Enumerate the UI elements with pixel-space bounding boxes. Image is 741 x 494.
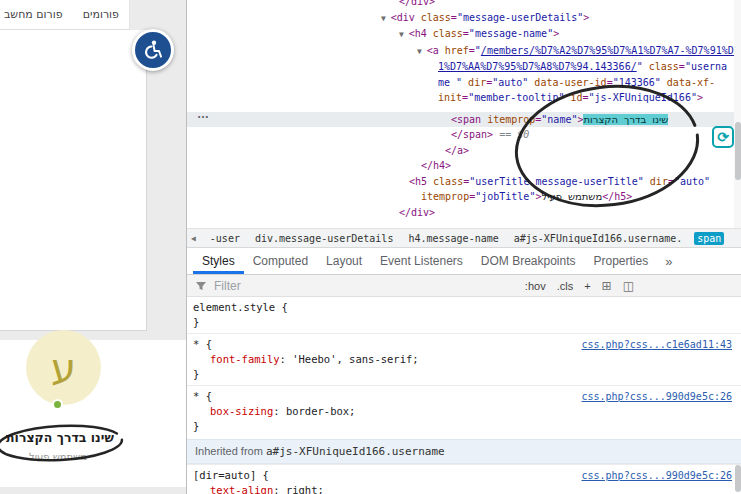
element-classes-button[interactable]: .cls — [557, 280, 574, 292]
user-name[interactable]: שינו בדרך הקצרות — [0, 430, 120, 445]
tab-computer-forum[interactable]: פורום מחשב — [4, 8, 63, 21]
code-token-attr: data-xf- — [661, 77, 715, 88]
code-token-attr: dir — [644, 176, 668, 187]
code-token-tag: </div> — [399, 207, 435, 218]
line-menu-dots[interactable]: … — [197, 107, 210, 121]
breadcrumb-item[interactable]: span — [694, 232, 724, 245]
code-line[interactable]: itemprop="jobTitle">משתמש פעיל</h5> — [187, 189, 734, 205]
code-token-hl: שינו בדרך הקצרות — [583, 114, 668, 125]
code-token-tag: </span> — [451, 129, 493, 140]
breadcrumb-item[interactable]: h4.message-name — [405, 232, 501, 245]
rule-open-brace: { — [199, 338, 212, 350]
code-token-val: "auto" — [492, 77, 528, 88]
filter-icon — [195, 281, 207, 291]
code-line[interactable]: </div> — [187, 0, 734, 10]
devtools-tabs: StylesComputedLayoutEvent ListenersDOM B… — [193, 248, 657, 274]
elements-tree: </div>▼ <div class="message-userDetails"… — [187, 0, 734, 220]
code-token-val: "userTitle message-userTitle" — [469, 176, 644, 187]
wheelchair-icon — [141, 38, 165, 62]
code-token-arrow: ▼ — [417, 47, 427, 56]
code-line[interactable]: ▼ <h4 class="message-name"> — [187, 26, 734, 43]
breadcrumb-scroll-left-button[interactable]: ◀ — [189, 234, 198, 243]
rule-open-brace: { — [199, 390, 212, 402]
css-property[interactable]: text-align: right; — [193, 483, 734, 494]
code-line[interactable]: </div> — [187, 205, 734, 221]
code-line[interactable]: ▼ <a href="/members/%D7%A2%D7%95%D7%A1%D… — [187, 43, 734, 60]
style-rule: element.style {} — [187, 297, 741, 333]
code-line[interactable]: me " dir="auto" data-user-id="143366" da… — [187, 75, 734, 91]
tab-properties[interactable]: Properties — [585, 248, 658, 274]
code-token-tag: <span — [451, 114, 481, 125]
breadcrumb-item[interactable]: -user — [207, 232, 243, 245]
rule-selector[interactable]: element.style — [193, 301, 275, 313]
code-token-attr: data-user-id — [528, 77, 606, 88]
code-token-tag: <div — [391, 12, 415, 23]
code-line[interactable]: </span> == $0 — [187, 127, 734, 143]
tab-styles[interactable]: Styles — [193, 248, 244, 274]
code-token-tag: > — [553, 28, 559, 39]
code-token-val: "js-XFUniqueId166" — [589, 92, 697, 103]
code-token-tag: <a — [427, 45, 439, 56]
grid-icon[interactable]: ⊞ — [602, 279, 612, 293]
forum-panel — [0, 30, 147, 331]
code-token-attr: init — [438, 92, 462, 103]
breadcrumb-item[interactable]: div.message-userDetails — [252, 232, 396, 245]
inherited-from-element-link[interactable]: a#js-XFUniqueId166.username — [266, 445, 445, 458]
user-title: משתמש פעיל — [0, 451, 116, 462]
tab-forums[interactable]: פורומים — [83, 8, 119, 21]
panel-icon[interactable]: ◫ — [623, 279, 634, 293]
code-token-attr: class — [427, 28, 463, 39]
stylesheet-link[interactable]: css.php?css...990d9e5c:26 — [581, 468, 732, 483]
refresh-icon[interactable]: ⟳ — [712, 126, 734, 148]
tab-dom-breakpoints[interactable]: DOM Breakpoints — [472, 248, 585, 274]
css-property[interactable]: font-family: 'Heebo', sans-serif; — [193, 352, 734, 367]
new-style-rule-button[interactable]: + — [584, 280, 590, 292]
stylesheet-link[interactable]: css.php?css...c1e6ad11:43 — [581, 337, 732, 352]
code-token-tag: </h4> — [421, 160, 451, 171]
code-token-tag: > — [583, 12, 589, 23]
code-token-txt: משתמש פעיל — [541, 191, 602, 202]
elements-panel: </div>▼ <div class="message-userDetails"… — [187, 0, 741, 228]
rule-open-brace: { — [275, 301, 288, 313]
css-property[interactable]: box-sizing: border-box; — [193, 404, 734, 419]
code-token-val: "member-tooltip" — [468, 92, 564, 103]
code-token-val: "143366" — [613, 77, 661, 88]
code-token-tag: > — [697, 92, 703, 103]
rule-close-brace: } — [193, 367, 734, 382]
style-rule: * {css.php?css...c1e6ad11:43font-family:… — [187, 333, 741, 385]
code-token-tag: <h5 — [409, 176, 427, 187]
tab-event-listeners[interactable]: Event Listeners — [371, 248, 472, 274]
code-line[interactable]: </a> — [187, 143, 734, 159]
breadcrumb-item[interactable]: a#js-XFUniqueId166.username. — [511, 232, 686, 245]
code-line-selected[interactable]: <span itemprop="name">שינו בדרך הקצרות — [187, 112, 734, 128]
filter-input[interactable]: Filter — [214, 279, 241, 293]
code-line[interactable]: <h5 class="userTitle message-userTitle" … — [187, 174, 734, 190]
online-status-dot — [52, 399, 63, 410]
styles-scrollbar-thumb[interactable] — [735, 465, 741, 492]
tabs-overflow-button[interactable]: » — [665, 248, 672, 274]
code-line[interactable]: init="member-tooltip" id="js-XFUniqueId1… — [187, 90, 734, 106]
code-line[interactable]: ▼ <div class="message-userDetails"> — [187, 10, 734, 27]
inherited-from-label: Inherited from — [195, 445, 266, 457]
styles-scrollbar[interactable] — [734, 297, 741, 494]
code-token-tag: </a> — [445, 145, 469, 156]
rule-selector[interactable]: [dir=auto] — [193, 469, 256, 481]
screenshot-root: פורומים פורום מחשב ע שינו בדרך הקצרות מש… — [0, 0, 741, 494]
toggle-element-state-button[interactable]: :hov — [525, 280, 546, 292]
tab-computed[interactable]: Computed — [244, 248, 317, 274]
accessibility-button[interactable] — [132, 29, 174, 71]
code-line[interactable]: 1%D7%AA%D7%95%D7%A8%D7%94.143366/" class… — [187, 59, 734, 75]
style-rule: * {css.php?css...990d9e5c:26box-sizing: … — [187, 385, 741, 437]
avatar[interactable]: ע — [26, 330, 101, 405]
stylesheet-link[interactable]: css.php?css...990d9e5c:26 — [581, 389, 732, 404]
style-rule: [dir=auto] {css.php?css...990d9e5c:26tex… — [187, 464, 741, 494]
code-token-val: "auto" — [674, 176, 710, 187]
tab-layout[interactable]: Layout — [317, 248, 371, 274]
code-token-val: "name" — [541, 114, 577, 125]
avatar-letter: ע — [51, 345, 76, 391]
elements-scrollbar-thumb[interactable] — [735, 122, 741, 180]
code-token-link: 1%D7%AA%D7%95%D7%A8%D7%94.143366/ — [438, 61, 637, 72]
elements-scrollbar[interactable] — [734, 0, 741, 228]
devtools-tabs-bar: StylesComputedLayoutEvent ListenersDOM B… — [187, 248, 741, 275]
code-line[interactable]: </h4> — [187, 158, 734, 174]
